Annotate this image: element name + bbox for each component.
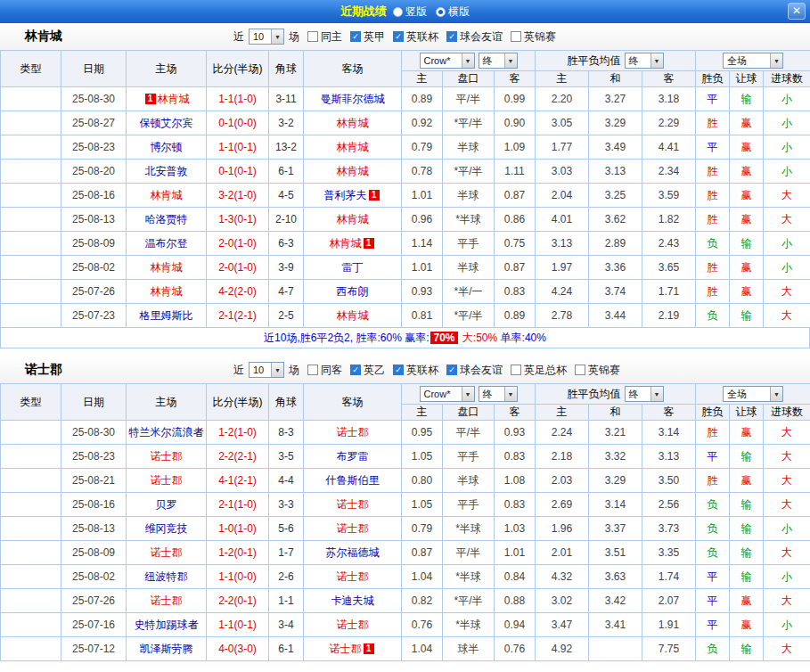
team-name[interactable]: 维冈竞技 (145, 522, 188, 535)
goals-result-cell: 大 (764, 208, 810, 232)
team-name[interactable]: 诺士郡 (151, 474, 183, 487)
asia-away-odds-cell: 0.76 (495, 637, 536, 661)
team-name[interactable]: 林肯城 (337, 117, 369, 129)
team-name[interactable]: 诺士郡 (337, 619, 369, 631)
team-name[interactable]: 纽波特郡 (145, 570, 188, 583)
date-cell: 25-08-16 (61, 493, 127, 517)
asia-home-odds-cell: 1.14 (402, 232, 443, 256)
close-button[interactable]: ✕ (788, 3, 806, 20)
team-name[interactable]: 林肯城 (337, 309, 369, 322)
subcol-euro-draw: 和 (589, 405, 642, 421)
filter-checkbox-英足总杯[interactable]: 英足总杯 (511, 363, 567, 378)
filter-checkbox-球会友谊[interactable]: ✓球会友谊 (446, 363, 503, 378)
dropdown-value: 终 (483, 388, 493, 401)
team-name[interactable]: 诺士郡 (151, 450, 183, 463)
team-name[interactable]: 贝罗 (156, 498, 177, 511)
result-cell: 胜 (696, 208, 730, 232)
layout-radio-竖版[interactable]: 竖版 (393, 4, 427, 20)
home-team-cell: 纽波特郡 (127, 565, 207, 589)
team-name[interactable]: 苏尔福德城 (326, 546, 380, 559)
team-name[interactable]: 林肯城 (330, 237, 362, 250)
filter-checkbox-英锦赛[interactable]: 英锦赛 (511, 29, 556, 45)
match-count-dropdown[interactable]: 10▼ (249, 29, 284, 45)
scope-dropdown[interactable]: 全场▼ (723, 386, 783, 402)
scope-dropdown[interactable]: 全场▼ (723, 53, 783, 69)
handicap-cell: *平/半 (443, 589, 495, 613)
team-name[interactable]: 什鲁斯伯里 (326, 474, 380, 487)
team-name[interactable]: 保顿艾尔宾 (140, 117, 193, 129)
euro-home-odds-cell: 2.69 (536, 493, 589, 517)
euro-home-odds-cell: 3.03 (536, 160, 589, 184)
col-date: 日期 (61, 51, 127, 87)
team-name[interactable]: 林肯城 (158, 93, 190, 105)
team-name[interactable]: 西布朗 (337, 285, 369, 298)
asia-home-odds-cell: 0.78 (402, 160, 443, 184)
team-name[interactable]: 史特加踢球者 (135, 619, 199, 631)
team-name[interactable]: 哈洛贾特 (145, 213, 188, 225)
asia-home-odds-cell: 1.04 (402, 565, 443, 589)
euro-draw-odds-cell: 3.29 (589, 469, 642, 493)
asia-away-odds-cell: 1.01 (495, 541, 536, 565)
team-name[interactable]: 诺士郡 (151, 594, 183, 607)
team-name[interactable]: 北安普敦 (145, 165, 188, 177)
team-name[interactable]: 林肯城 (337, 165, 369, 177)
filter-checkbox-英锦赛[interactable]: 英锦赛 (575, 363, 620, 378)
checkbox-icon: ✓ (350, 365, 361, 375)
team-name[interactable]: 曼斯菲尔德城 (321, 93, 385, 105)
filter-checkbox-同主[interactable]: 同主 (307, 29, 342, 45)
odds-company-dropdown[interactable]: Crow*▼ (420, 53, 475, 69)
checkbox-icon: ✓ (446, 365, 457, 375)
team-name[interactable]: 布罗雷 (337, 450, 369, 463)
dropdown-value: 全场 (727, 388, 747, 401)
team-name[interactable]: 诺士郡 (330, 643, 362, 655)
league-cell: 英乙 (1, 445, 61, 469)
filter-checkbox-球会友谊[interactable]: ✓球会友谊 (446, 29, 503, 45)
team-name[interactable]: 特兰米尔流浪者 (129, 426, 204, 438)
team-name[interactable]: 林肯城 (151, 285, 183, 298)
home-team-cell: 特兰米尔流浪者 (127, 421, 207, 445)
team-name[interactable]: 诺士郡 (337, 570, 369, 583)
filter-checkbox-英甲[interactable]: ✓英甲 (350, 29, 385, 45)
layout-radio-横版[interactable]: 横版 (436, 4, 470, 20)
team-name[interactable]: 雷丁 (342, 261, 364, 274)
team-name[interactable]: 博尔顿 (151, 141, 183, 153)
date-cell: 25-08-30 (61, 87, 127, 111)
team-name[interactable]: 诺士郡 (337, 426, 369, 438)
team-name[interactable]: 凯泽斯劳腾 (140, 643, 193, 655)
filter-checkbox-英联杯[interactable]: ✓英联杯 (393, 29, 438, 45)
corner-cell: 2-10 (269, 208, 304, 232)
team-name[interactable]: 卡迪夫城 (331, 594, 374, 607)
checkbox-icon: ✓ (393, 31, 404, 42)
match-count-dropdown[interactable]: 10▼ (249, 362, 284, 378)
team-name[interactable]: 林肯城 (151, 261, 183, 274)
result-cell: 平 (696, 589, 730, 613)
league-cell: 英甲 (1, 135, 61, 160)
team-name[interactable]: 格里姆斯比 (140, 309, 193, 322)
team-name[interactable]: 诺士郡 (151, 546, 183, 559)
league-cell: 球会友谊 (1, 589, 61, 613)
euro-draw-odds-cell: 3.44 (589, 304, 642, 328)
handicap-result-cell: 赢 (730, 135, 764, 160)
checkbox-label: 英甲 (364, 29, 385, 45)
team-name[interactable]: 林肯城 (337, 141, 369, 153)
odds-time-dropdown[interactable]: 终▼ (479, 386, 518, 402)
handicap-result-cell: 输 (730, 517, 764, 541)
team-name[interactable]: 温布尔登 (145, 237, 188, 250)
odds-time-dropdown[interactable]: 终▼ (479, 53, 518, 69)
filter-checkbox-英乙[interactable]: ✓英乙 (350, 363, 385, 378)
europe-time-dropdown[interactable]: 终▼ (625, 386, 664, 402)
league-cell: 英乙 (1, 469, 61, 493)
filter-checkbox-同客[interactable]: 同客 (307, 363, 342, 378)
team-name[interactable]: 林肯城 (151, 189, 183, 201)
team-name[interactable]: 诺士郡 (337, 498, 369, 511)
date-cell: 25-07-23 (61, 304, 127, 328)
score-cell: 2-0(1-0) (207, 256, 269, 280)
filter-checkbox-英联杯[interactable]: ✓英联杯 (393, 363, 438, 378)
subcol-result: 胜负 (696, 405, 730, 421)
odds-company-dropdown[interactable]: Crow*▼ (420, 386, 475, 402)
team-name[interactable]: 林肯城 (337, 213, 369, 225)
team-name[interactable]: 诺士郡 (337, 522, 369, 535)
team-name[interactable]: 普利茅夫 (324, 189, 367, 201)
europe-time-dropdown[interactable]: 终▼ (625, 53, 664, 69)
col-type: 类型 (1, 384, 61, 421)
